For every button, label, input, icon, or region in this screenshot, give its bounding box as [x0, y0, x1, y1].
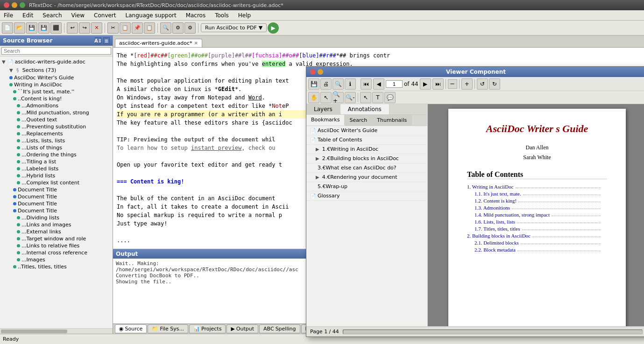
list-item[interactable]: ...Titling a list: [0, 158, 113, 165]
run-dropdown[interactable]: Run AsciiDoc to PDF ▼: [201, 23, 267, 32]
paste2-button[interactable]: 📋: [144, 22, 155, 34]
bookmark-item[interactable]: 3.€What else can AsciiDoc do?: [306, 163, 427, 173]
list-item[interactable]: ...Lists, lists, lists: [0, 137, 113, 144]
toc-link[interactable]: 1.4. Mild punctuation, strong impact: [474, 212, 550, 218]
list-item[interactable]: ...External links: [0, 228, 113, 235]
viewer-zoom-out-button[interactable]: −: [448, 79, 457, 89]
save-button[interactable]: 💾: [26, 22, 37, 34]
copy-button[interactable]: 📋: [120, 22, 131, 34]
menu-macros[interactable]: Macros: [184, 12, 208, 19]
viewer-prev-page-button[interactable]: ◀: [373, 78, 384, 90]
tree-root-file[interactable]: ▼ 📄 asciidoc-writers-guide.adoc: [0, 57, 113, 66]
viewer-note-tool-button[interactable]: 💬: [384, 92, 396, 103]
toc-link[interactable]: 1.3. Admonitions: [474, 205, 510, 211]
viewer-first-page-button[interactable]: ⏮: [361, 78, 372, 90]
find-button[interactable]: 🔍: [160, 22, 171, 34]
list-item[interactable]: ...Quoted text: [0, 116, 113, 123]
list-item[interactable]: ...Admonitions: [0, 102, 113, 109]
viewer-scroll-h[interactable]: [343, 330, 643, 334]
menu-help[interactable]: Help: [236, 12, 253, 19]
list-item[interactable]: ...Images: [0, 256, 113, 263]
sb-sort-button[interactable]: A↕: [95, 37, 101, 44]
maximize-button[interactable]: [20, 2, 25, 8]
menu-tools[interactable]: Tools: [213, 12, 231, 19]
viewer-select-tool-button[interactable]: ↖: [360, 92, 371, 103]
list-item[interactable]: ...Complex list content: [0, 179, 113, 186]
toc-link[interactable]: 1.7. Titles, titles, titles: [474, 226, 520, 232]
undo-button[interactable]: ↩: [67, 22, 78, 34]
viewer-save-button[interactable]: 💾: [308, 78, 319, 90]
viewer-hand-tool-button[interactable]: ✋: [308, 92, 319, 103]
open-button[interactable]: 📂: [14, 22, 25, 34]
viewer-close-button[interactable]: [310, 69, 316, 75]
tab-filesys[interactable]: 📁 File Sys...: [148, 324, 188, 333]
viewer-minimize-button[interactable]: [318, 69, 323, 75]
list-item[interactable]: ...Ordering the things: [0, 151, 113, 158]
list-item[interactable]: Document Title: [0, 186, 113, 193]
viewer-zoom-in-button[interactable]: +: [461, 78, 473, 90]
list-item[interactable]: AsciiDoc Writer's Guide: [0, 74, 113, 81]
minimize-button[interactable]: [12, 2, 17, 8]
editor-tab[interactable]: asciidoc-writers-guide.adoc* ✕: [115, 39, 202, 47]
list-item[interactable]: ``It's just text, mate.'': [0, 88, 113, 95]
viewer-page-input[interactable]: [386, 80, 403, 88]
sb-collapse-button[interactable]: ≡: [103, 37, 110, 44]
viewer-rotate-left-button[interactable]: ↺: [477, 78, 488, 90]
search-input[interactable]: [1, 47, 111, 55]
viewer-zoom-tool-button[interactable]: 🔍+: [333, 92, 344, 103]
bookmark-item[interactable]: 📄 Glossary: [306, 191, 427, 201]
viewer-zoomout-tool-button[interactable]: 🔍-: [345, 92, 356, 103]
save-all-button[interactable]: 💾: [38, 22, 50, 34]
list-item[interactable]: ...Mild punctuation, strong: [0, 109, 113, 116]
bookmark-item[interactable]: ▶ 4.€Rendering your document: [306, 173, 427, 182]
viewer-cursor-tool-button[interactable]: ↖: [320, 92, 332, 103]
list-item[interactable]: ..Titles, titles, titles: [0, 263, 113, 270]
list-item[interactable]: ...Links and images: [0, 221, 113, 228]
bookmark-item[interactable]: ▶ 2.€Building blocks in AsciiDoc: [306, 154, 427, 163]
tab-thumbnails[interactable]: Thumbnails: [372, 115, 412, 126]
toc-link[interactable]: 2.2. Block metadata: [474, 247, 516, 253]
toc-link[interactable]: 1.6. Lists, lists, lists: [474, 219, 515, 225]
new-button[interactable]: 📄: [2, 22, 13, 34]
tab-search[interactable]: Search: [345, 115, 372, 126]
bookmark-item[interactable]: ▶ 1.€Writing in AsciiDoc: [306, 145, 427, 154]
viewer-next-page-button[interactable]: ▶: [420, 78, 431, 90]
list-item[interactable]: Document Title: [0, 207, 113, 214]
viewer-rotate-right-button[interactable]: ↻: [489, 78, 500, 90]
menu-search[interactable]: Search: [41, 12, 64, 19]
tab-projects[interactable]: 📊 Projects: [189, 324, 226, 333]
tab-spelling[interactable]: ABC Spelling: [259, 324, 300, 333]
viewer-text-tool-button[interactable]: T: [372, 92, 383, 103]
menu-edit[interactable]: Edit: [21, 12, 35, 19]
list-item[interactable]: ...Links to relative files: [0, 242, 113, 249]
bookmark-item[interactable]: 📄 Table of Contents: [306, 135, 427, 145]
list-item[interactable]: Document Title: [0, 200, 113, 207]
list-item[interactable]: ...Lists of things: [0, 144, 113, 151]
list-item[interactable]: Writing in AsciiDoc: [0, 81, 113, 88]
tab-bookmarks[interactable]: Bookmarks: [306, 115, 345, 126]
viewer-print-button[interactable]: 🖨: [320, 78, 332, 90]
close-button[interactable]: [4, 2, 9, 8]
list-item[interactable]: ...Hybrid lists: [0, 172, 113, 179]
stop-button[interactable]: ✕: [91, 22, 102, 34]
tab-output[interactable]: ▶ Output: [226, 324, 258, 333]
toc-link[interactable]: 1.2. Content is king!: [474, 198, 517, 204]
viewer-last-page-button[interactable]: ⏭: [432, 78, 444, 90]
tab-layers[interactable]: Layers: [306, 104, 340, 114]
toc-link[interactable]: 1. Writing in AsciiDoc: [467, 184, 514, 190]
tab-source[interactable]: ◉ Source: [115, 324, 147, 333]
toc-link[interactable]: 2. Building blocks in AsciiDoc: [467, 233, 531, 239]
list-item[interactable]: ..Content is king!: [0, 95, 113, 102]
paste-button[interactable]: 📌: [132, 22, 143, 34]
list-item[interactable]: ...Preventing substitution: [0, 123, 113, 130]
menu-language-support[interactable]: Language support: [124, 12, 178, 19]
menu-view[interactable]: View: [70, 12, 86, 19]
tree-sections[interactable]: ▼ § Sections (73): [0, 66, 113, 74]
list-item[interactable]: ...Target window and role: [0, 235, 113, 242]
run-play-button[interactable]: ▶: [268, 22, 279, 34]
viewer-info-button[interactable]: ℹ: [345, 78, 356, 90]
menu-file[interactable]: File: [2, 12, 15, 19]
bookmark-item[interactable]: 5.€Wrap-up: [306, 182, 427, 191]
list-item[interactable]: ...Replacements: [0, 130, 113, 137]
bookmark-item[interactable]: 📄 AsciiDoc Writer's Guide: [306, 126, 427, 135]
